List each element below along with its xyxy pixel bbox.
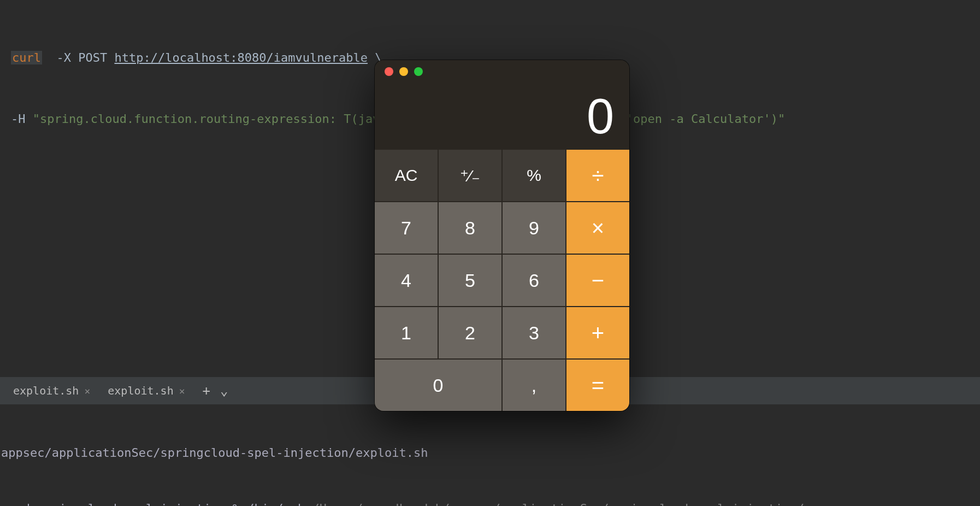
calc-3-button[interactable]: 3 [503, 307, 565, 358]
close-icon[interactable]: × [84, 385, 90, 397]
calc-6-button[interactable]: 6 [503, 255, 565, 306]
calc-5-button[interactable]: 5 [439, 255, 501, 306]
calc-1-button[interactable]: 1 [375, 307, 438, 358]
token-header-flag: -H [11, 112, 33, 126]
window-minimize-icon[interactable] [399, 67, 408, 76]
tab-menu-chevron-icon[interactable]: ⌄ [220, 383, 228, 398]
terminal-tab-0[interactable]: exploit.sh × [5, 381, 98, 401]
calc-minus-button[interactable]: − [566, 255, 629, 306]
token-url: http://localhost:8080/iamvulnerable [114, 51, 368, 64]
calc-7-button[interactable]: 7 [375, 202, 438, 254]
window-titlebar[interactable] [375, 60, 629, 83]
calc-8-button[interactable]: 8 [439, 202, 501, 254]
calc-sign-button[interactable]: ⁺∕₋ [439, 150, 501, 201]
calc-multiply-button[interactable]: × [566, 202, 629, 254]
window-zoom-icon[interactable] [414, 67, 423, 76]
terminal-line: appsec/applicationSec/springcloud-spel-i… [1, 444, 979, 462]
calc-0-button[interactable]: 0 [375, 360, 501, 411]
calculator-display-value: 0 [587, 89, 614, 145]
add-tab-button[interactable]: + [203, 383, 210, 398]
token-curl: curl [11, 51, 42, 64]
calculator-window[interactable]: 0 AC ⁺∕₋ % ÷ 7 8 9 × 4 5 6 − 1 2 3 + 0 ,… [375, 60, 629, 411]
calc-ac-button[interactable]: AC [375, 150, 438, 201]
terminal-tab-1[interactable]: exploit.sh × [100, 381, 192, 401]
calc-4-button[interactable]: 4 [375, 255, 438, 306]
calc-divide-button[interactable]: ÷ [566, 150, 629, 201]
window-close-icon[interactable] [385, 67, 393, 76]
calc-9-button[interactable]: 9 [503, 202, 565, 254]
tab-label: exploit.sh [13, 384, 79, 397]
calc-percent-button[interactable]: % [503, 150, 565, 201]
terminal-output[interactable]: appsec/applicationSec/springcloud-spel-i… [0, 404, 980, 506]
calc-equals-button[interactable]: = [566, 360, 629, 411]
terminal-line: ouad springcloud-spel-injection % /bin/z… [1, 499, 979, 506]
calculator-keypad: AC ⁺∕₋ % ÷ 7 8 9 × 4 5 6 − 1 2 3 + 0 , = [375, 150, 629, 411]
calc-2-button[interactable]: 2 [439, 307, 501, 358]
calc-plus-button[interactable]: + [566, 307, 629, 358]
token-flags: -X POST [42, 51, 114, 64]
close-icon[interactable]: × [179, 385, 185, 397]
calc-decimal-button[interactable]: , [503, 360, 565, 411]
calculator-display: 0 [375, 83, 629, 150]
tab-label: exploit.sh [108, 384, 173, 397]
